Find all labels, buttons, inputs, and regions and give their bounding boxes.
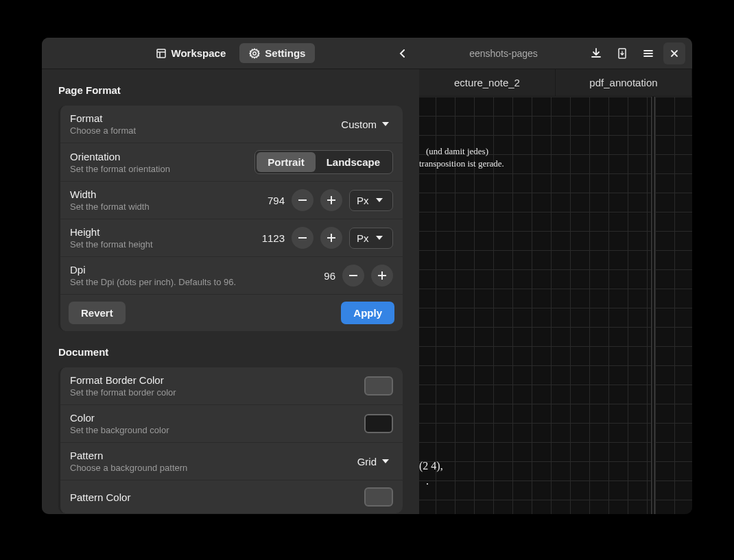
bg-color-label: Color xyxy=(70,412,357,424)
border-color-label: Format Border Color xyxy=(70,374,357,386)
height-unit-dropdown[interactable]: Px xyxy=(349,228,393,249)
row-bg-color: Color Set the background color xyxy=(60,405,403,443)
row-width: Width Set the format width Px xyxy=(60,182,403,219)
sidebar-body: Page Format Format Choose a format Custo… xyxy=(42,69,419,514)
row-border-color: Format Border Color Set the format borde… xyxy=(60,367,403,405)
height-input[interactable] xyxy=(250,232,285,244)
chevron-down-icon xyxy=(376,198,383,202)
canvas-area[interactable]: (und damit jedes) transposition ist gera… xyxy=(419,97,692,514)
orientation-label: Orientation xyxy=(70,151,248,162)
bg-color-sub: Set the background color xyxy=(70,425,357,435)
bg-color-swatch[interactable] xyxy=(364,414,393,433)
svg-rect-6 xyxy=(298,237,307,239)
chevron-down-icon xyxy=(376,236,383,240)
hamburger-icon xyxy=(643,48,654,59)
orientation-landscape-button[interactable]: Landscape xyxy=(316,152,391,172)
minus-icon xyxy=(349,275,357,276)
hamburger-menu-button[interactable] xyxy=(637,42,659,64)
border-color-sub: Set the format border color xyxy=(70,387,357,398)
pattern-color-swatch[interactable] xyxy=(364,487,393,507)
document-card: Format Border Color Set the format borde… xyxy=(58,367,403,513)
plus-icon xyxy=(327,234,335,242)
dpi-increment-button[interactable] xyxy=(371,265,393,287)
svg-rect-0 xyxy=(157,49,165,58)
chevron-down-icon xyxy=(382,459,389,463)
height-sub: Set the format height xyxy=(70,239,244,249)
format-label: Format xyxy=(70,112,330,124)
handwriting-stroke: transposition ist gerade. xyxy=(419,158,504,169)
height-unit-value: Px xyxy=(357,232,369,244)
close-window-button[interactable] xyxy=(663,42,685,64)
handwriting-stroke: (2 4), xyxy=(419,460,443,472)
collapse-sidebar-button[interactable] xyxy=(393,44,412,63)
format-sub: Choose a format xyxy=(70,125,330,136)
handwriting-stroke: (und damit jedes) xyxy=(426,146,488,157)
dpi-label: Dpi xyxy=(70,264,294,276)
width-input[interactable] xyxy=(250,195,285,206)
document-tabs: ecture_note_2 pdf_annotation xyxy=(419,69,692,97)
orientation-toggle: Portrait Landscape xyxy=(254,150,393,174)
tab-settings[interactable]: Settings xyxy=(239,43,315,63)
sidebar-tabs: Workspace Settings xyxy=(146,43,316,63)
pattern-label: Pattern xyxy=(70,450,346,461)
window-title: eenshots-pages xyxy=(426,48,581,59)
dpi-decrement-button[interactable] xyxy=(342,265,364,287)
download-icon xyxy=(591,48,602,59)
doc-tab-1[interactable]: ecture_note_2 xyxy=(419,69,556,96)
settings-sidebar: Workspace Settings Page Format Format xyxy=(42,38,419,514)
format-value: Custom xyxy=(341,119,377,130)
svg-rect-8 xyxy=(327,237,335,239)
download-button[interactable] xyxy=(585,42,607,64)
width-decrement-button[interactable] xyxy=(292,189,313,211)
height-label: Height xyxy=(70,226,244,238)
main-area: eenshots-pages ecture_note_2 pdf_annotat… xyxy=(419,38,692,514)
page-surface-next xyxy=(654,97,692,514)
doc-tab-2[interactable]: pdf_annotation xyxy=(556,69,692,96)
tab-workspace-label: Workspace xyxy=(171,47,226,59)
width-label: Width xyxy=(70,188,244,200)
section-document-title: Document xyxy=(58,346,403,358)
row-pattern: Pattern Choose a background pattern Grid xyxy=(60,443,403,480)
row-dpi: Dpi Set the Dpi (dots per inch). Default… xyxy=(60,257,403,295)
tab-settings-label: Settings xyxy=(265,47,305,59)
minus-icon xyxy=(298,199,307,201)
orientation-portrait-button[interactable]: Portrait xyxy=(257,152,315,172)
plus-icon xyxy=(327,196,335,204)
apply-button[interactable]: Apply xyxy=(341,302,394,324)
page-format-card: Format Choose a format Custom Orientatio… xyxy=(58,106,403,331)
width-increment-button[interactable] xyxy=(320,189,342,211)
sidebar-header: Workspace Settings xyxy=(42,38,419,69)
revert-button[interactable]: Revert xyxy=(69,302,126,324)
width-sub: Set the format width xyxy=(70,202,244,212)
pattern-value: Grid xyxy=(357,456,377,467)
document-icon xyxy=(617,48,628,59)
svg-rect-3 xyxy=(298,199,307,201)
pattern-sub: Choose a background pattern xyxy=(70,463,346,473)
format-dropdown[interactable]: Custom xyxy=(337,116,393,133)
row-orientation: Orientation Set the format orientation P… xyxy=(60,143,403,182)
width-unit-dropdown[interactable]: Px xyxy=(349,190,393,211)
pattern-dropdown[interactable]: Grid xyxy=(353,453,393,470)
plus-icon xyxy=(378,271,386,280)
row-height: Height Set the format height Px xyxy=(60,219,403,257)
dpi-input[interactable] xyxy=(301,270,335,282)
border-color-swatch[interactable] xyxy=(364,376,393,395)
height-increment-button[interactable] xyxy=(320,227,342,249)
svg-rect-9 xyxy=(349,275,357,276)
titlebar: eenshots-pages xyxy=(419,38,692,69)
height-decrement-button[interactable] xyxy=(292,227,313,249)
workspace-icon xyxy=(156,48,167,59)
document-export-button[interactable] xyxy=(611,42,633,64)
svg-rect-5 xyxy=(327,199,335,201)
svg-rect-11 xyxy=(378,275,386,276)
page-format-actions: Revert Apply xyxy=(60,295,403,331)
close-icon xyxy=(670,49,678,58)
pattern-color-label: Pattern Color xyxy=(70,491,357,503)
orientation-sub: Set the format orientation xyxy=(70,164,248,174)
chevron-down-icon xyxy=(382,122,389,126)
handwriting-stroke: . xyxy=(426,475,429,487)
tab-workspace[interactable]: Workspace xyxy=(146,43,236,63)
width-unit-value: Px xyxy=(357,195,369,206)
minus-icon xyxy=(298,237,307,239)
row-format: Format Choose a format Custom xyxy=(60,106,403,143)
